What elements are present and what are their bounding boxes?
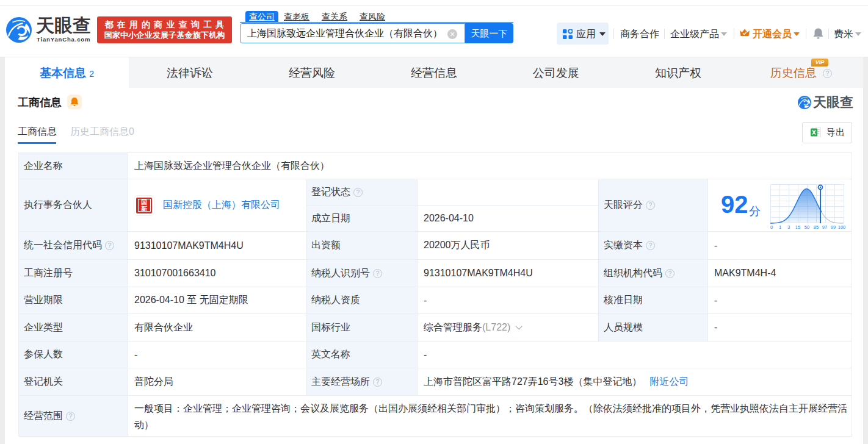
svg-text:0: 0: [770, 224, 773, 229]
svg-text:97: 97: [822, 224, 827, 229]
svg-text:85: 85: [814, 224, 819, 229]
svg-text:99: 99: [831, 224, 836, 229]
svg-text:100: 100: [838, 224, 846, 229]
svg-text:50: 50: [805, 224, 809, 229]
svg-text:1: 1: [779, 224, 781, 229]
svg-text:3: 3: [787, 224, 790, 229]
svg-text:15: 15: [795, 224, 800, 229]
